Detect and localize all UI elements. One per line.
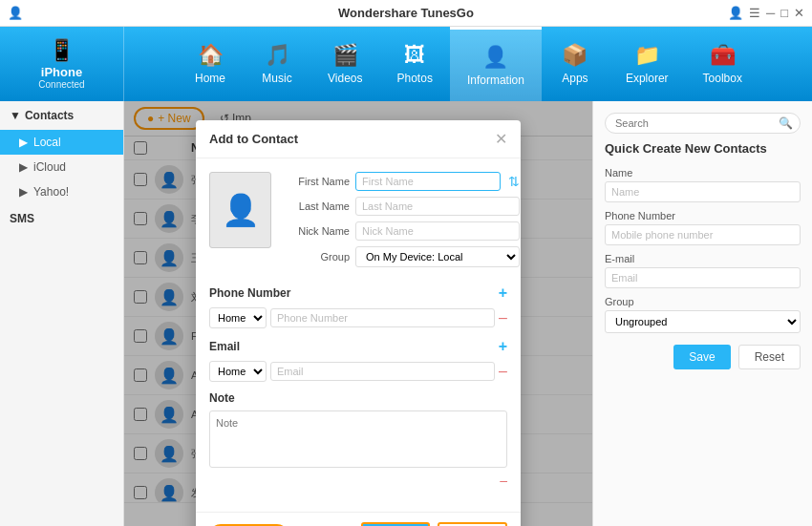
- explorer-icon: 📁: [634, 43, 660, 68]
- qc-save-button[interactable]: Save: [673, 345, 730, 369]
- nav-item-videos[interactable]: 🎬 Videos: [310, 27, 379, 101]
- add-phone-button[interactable]: +: [499, 284, 507, 302]
- phone-input[interactable]: [270, 308, 495, 327]
- search-input[interactable]: [605, 113, 801, 134]
- phone-section: Phone Number + Home Work Mobile –: [209, 284, 507, 328]
- chevron-right-icon: ▶: [19, 136, 28, 149]
- modal-body: 👤 First Name ⇅ Last Name: [196, 158, 521, 512]
- modal-top-section: 👤 First Name ⇅ Last Name: [209, 172, 507, 273]
- nav-label-music: Music: [262, 72, 291, 85]
- title-bar: 👤 Wondershare TunesGo 👤 ☰ ─ □ ✕: [0, 0, 812, 27]
- qc-group-select[interactable]: Ungrouped Local iCloud: [605, 310, 801, 333]
- nav-bar: 📱 iPhone Connected 🏠 Home 🎵 Music 🎬 Vide…: [0, 27, 812, 101]
- sidebar-item-yahoo[interactable]: ▶ Yahoo!: [0, 179, 123, 204]
- nav-label-explorer: Explorer: [626, 72, 669, 85]
- first-name-row: First Name ⇅: [283, 172, 520, 191]
- first-name-label: First Name: [283, 176, 350, 187]
- modal-name-fields: First Name ⇅ Last Name Nick Name: [283, 172, 520, 273]
- contact-photo-placeholder[interactable]: 👤: [209, 172, 271, 248]
- qc-save-label: Save: [689, 350, 715, 364]
- modal-title: Add to Contact: [209, 132, 298, 146]
- sidebar: ▼ Contacts ▶ Local ▶ iCloud ▶ Yahoo! SMS: [0, 101, 124, 526]
- phone-section-header: Phone Number +: [209, 284, 507, 302]
- qc-name-input[interactable]: [605, 181, 801, 202]
- last-name-input[interactable]: [355, 197, 520, 216]
- device-icon: 📱: [49, 38, 75, 63]
- device-name: iPhone: [41, 65, 82, 79]
- remove-note-button[interactable]: –: [500, 473, 507, 488]
- qc-email-field: E-mail: [605, 253, 801, 288]
- qc-buttons: Save Reset: [605, 345, 801, 369]
- first-name-input[interactable]: [355, 172, 501, 191]
- nav-item-information[interactable]: 👤 Information: [450, 27, 542, 101]
- nav-item-toolbox[interactable]: 🧰 Toolbox: [686, 27, 759, 101]
- nav-item-home[interactable]: 🏠 Home: [177, 27, 244, 101]
- toolbox-icon: 🧰: [710, 43, 736, 68]
- home-icon: 🏠: [198, 43, 224, 68]
- maximize-button[interactable]: □: [780, 6, 788, 20]
- email-section-header: Email +: [209, 338, 507, 355]
- sidebar-contacts-label: Contacts: [25, 109, 74, 122]
- sidebar-item-icloud[interactable]: ▶ iCloud: [0, 155, 123, 179]
- nav-item-apps[interactable]: 📦 Apps: [542, 27, 609, 101]
- nick-name-row: Nick Name: [283, 221, 520, 241]
- device-status: Connected: [38, 79, 84, 90]
- nav-item-music[interactable]: 🎵 Music: [244, 27, 310, 101]
- phone-input-row: Home Work Mobile –: [209, 307, 507, 328]
- add-email-button[interactable]: +: [499, 338, 507, 355]
- qc-reset-button[interactable]: Reset: [738, 345, 801, 369]
- nav-label-toolbox: Toolbox: [703, 72, 742, 85]
- qc-phone-input[interactable]: [605, 224, 801, 245]
- videos-icon: 🎬: [332, 43, 358, 68]
- modal-footer: Add Field Save Cancel: [196, 512, 521, 526]
- sidebar-local-label: Local: [33, 136, 61, 149]
- main-content: ▼ Contacts ▶ Local ▶ iCloud ▶ Yahoo! SMS…: [0, 101, 812, 526]
- email-section: Email + Home Work –: [209, 338, 507, 382]
- group-row: Group On My Device: Local iCloud: [283, 246, 520, 267]
- qc-reset-label: Reset: [755, 350, 784, 364]
- qc-phone-field: Phone Number: [605, 210, 801, 245]
- modal-header: Add to Contact ✕: [196, 120, 521, 158]
- modal-close-button[interactable]: ✕: [495, 130, 507, 148]
- close-button[interactable]: ✕: [794, 6, 804, 20]
- qc-email-input[interactable]: [605, 267, 801, 288]
- add-contact-modal: Add to Contact ✕ 👤 First Name ⇅: [196, 120, 521, 526]
- sidebar-sms[interactable]: SMS: [0, 204, 123, 231]
- qc-group-label: Group: [605, 296, 801, 307]
- quick-create-panel: 🔍 Quick Create New Contacts Name Phone N…: [592, 101, 812, 526]
- nav-label-apps: Apps: [562, 72, 588, 85]
- email-input-row: Home Work –: [209, 361, 507, 382]
- qc-phone-label: Phone Number: [605, 210, 801, 221]
- photos-icon: 🖼: [404, 43, 425, 68]
- nav-item-explorer[interactable]: 📁 Explorer: [609, 27, 686, 101]
- note-textarea[interactable]: [209, 410, 507, 468]
- window-controls[interactable]: 👤 ☰ ─ □ ✕: [728, 6, 804, 20]
- sidebar-sms-label: SMS: [10, 212, 34, 225]
- nav-label-information: Information: [467, 74, 524, 87]
- group-select[interactable]: On My Device: Local iCloud: [355, 246, 520, 267]
- modal-cancel-button[interactable]: Cancel: [438, 522, 507, 526]
- chevron-down-icon: ▼: [10, 109, 21, 122]
- note-section: Note –: [209, 391, 507, 489]
- sidebar-item-local[interactable]: ▶ Local: [0, 130, 123, 155]
- minimize-button[interactable]: ─: [766, 6, 775, 20]
- information-icon: 👤: [482, 45, 508, 70]
- remove-email-button[interactable]: –: [499, 363, 507, 380]
- group-label: Group: [283, 251, 350, 263]
- menu-control-icon[interactable]: ☰: [749, 6, 760, 20]
- remove-phone-button[interactable]: –: [499, 309, 507, 326]
- phone-type-select[interactable]: Home Work Mobile: [209, 307, 267, 328]
- quick-create-title: Quick Create New Contacts: [605, 141, 801, 156]
- person-icon: 👤: [222, 192, 260, 228]
- chevron-right-icon-yahoo: ▶: [19, 185, 28, 199]
- nick-name-input[interactable]: [355, 221, 520, 241]
- user-control-icon[interactable]: 👤: [728, 6, 743, 20]
- modal-save-button[interactable]: Save: [361, 522, 429, 526]
- nav-label-videos: Videos: [328, 72, 362, 85]
- contact-area: ● + New ↺ Imp... Name 👤 张***一 👤: [124, 101, 592, 526]
- nav-item-photos[interactable]: 🖼 Photos: [380, 27, 450, 101]
- email-type-select[interactable]: Home Work: [209, 361, 267, 382]
- sidebar-icloud-label: iCloud: [33, 160, 66, 174]
- email-input[interactable]: [270, 362, 495, 381]
- music-icon: 🎵: [265, 43, 290, 68]
